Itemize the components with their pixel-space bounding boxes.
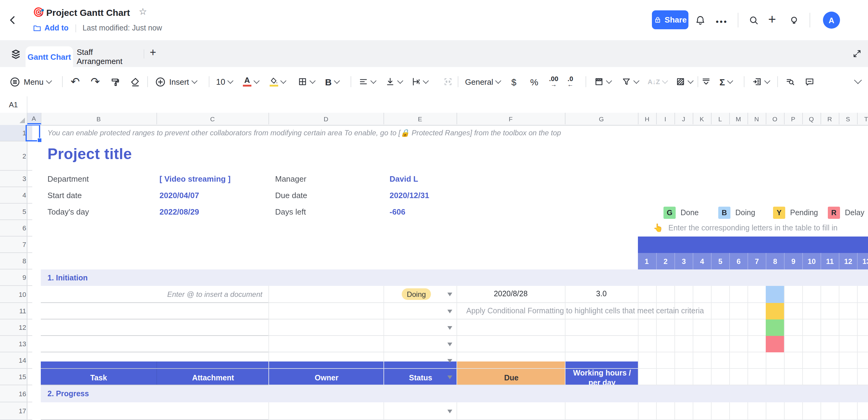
day-number-4[interactable]: 4 bbox=[693, 253, 711, 270]
day-number-10[interactable]: 10 bbox=[802, 253, 820, 270]
redo-icon[interactable]: ↷ bbox=[91, 67, 100, 96]
vertical-align-button[interactable] bbox=[385, 67, 402, 96]
insert-button[interactable]: Insert bbox=[155, 67, 196, 96]
column-header-G[interactable]: G bbox=[565, 113, 639, 124]
gantt-row[interactable] bbox=[638, 402, 868, 420]
conditional-format-button[interactable] bbox=[676, 67, 693, 96]
column-header-C[interactable]: C bbox=[156, 113, 269, 124]
column-header-N[interactable]: N bbox=[747, 113, 766, 124]
day-number-12[interactable]: 12 bbox=[839, 253, 857, 270]
body-cell[interactable] bbox=[269, 319, 383, 336]
formula-bar[interactable] bbox=[0, 96, 868, 113]
clear-format-icon[interactable] bbox=[130, 67, 140, 96]
column-header-O[interactable]: O bbox=[766, 113, 785, 124]
column-header-R[interactable]: R bbox=[820, 113, 839, 124]
day-number-13[interactable]: 13 bbox=[857, 253, 868, 270]
formula-sum-button[interactable]: Σ bbox=[719, 67, 732, 96]
gantt-bar-pending[interactable] bbox=[766, 303, 784, 319]
sheet-list-icon[interactable] bbox=[10, 49, 21, 60]
selection-fill-handle[interactable] bbox=[37, 138, 42, 143]
column-header-E[interactable]: E bbox=[383, 113, 457, 124]
column-header-I[interactable]: I bbox=[656, 113, 675, 124]
body-cell[interactable] bbox=[269, 286, 383, 303]
column-header-J[interactable]: J bbox=[675, 113, 693, 124]
body-cell[interactable] bbox=[383, 402, 457, 420]
status-dropdown-icon[interactable] bbox=[447, 409, 452, 413]
tab-gantt-chart[interactable]: Gantt Chart bbox=[26, 46, 73, 67]
menu-button[interactable]: Menu bbox=[10, 67, 51, 96]
day-number-1[interactable]: 1 bbox=[638, 253, 656, 270]
grid[interactable]: You can enable protected ranges to preve… bbox=[0, 125, 868, 420]
status-dropdown-icon[interactable] bbox=[447, 292, 452, 296]
body-cell[interactable] bbox=[457, 402, 565, 420]
column-header-K[interactable]: K bbox=[693, 113, 712, 124]
working-hours-cell[interactable]: 3.0 bbox=[565, 289, 638, 298]
create-new-icon[interactable]: + bbox=[768, 11, 776, 27]
column-header-T[interactable]: T bbox=[857, 113, 868, 124]
body-cell[interactable] bbox=[457, 336, 565, 352]
day-number-5[interactable]: 5 bbox=[711, 253, 729, 270]
find-replace-icon[interactable] bbox=[785, 67, 795, 96]
body-cell[interactable] bbox=[383, 352, 457, 369]
section-band-initiation[interactable]: 1. Initiation bbox=[41, 270, 868, 286]
task-cell-row-17[interactable] bbox=[41, 402, 269, 420]
task-cell-row-13[interactable] bbox=[41, 336, 269, 352]
gantt-bar-delay[interactable] bbox=[766, 336, 784, 352]
text-wrap-button[interactable] bbox=[411, 67, 428, 96]
gantt-bar-doing[interactable] bbox=[766, 286, 784, 303]
body-cell[interactable] bbox=[383, 303, 457, 319]
column-header-B[interactable]: B bbox=[41, 113, 157, 124]
share-button[interactable]: Share bbox=[652, 10, 688, 29]
decrease-decimal-icon[interactable]: .0← bbox=[567, 67, 574, 96]
star-icon[interactable]: ☆ bbox=[139, 6, 147, 17]
section-band-progress[interactable]: 2. Progress bbox=[41, 385, 868, 402]
task-cell-row-11[interactable] bbox=[41, 303, 269, 319]
collapse-toolbar-icon[interactable] bbox=[852, 67, 861, 96]
freeze-button[interactable] bbox=[594, 67, 611, 96]
day-number-6[interactable]: 6 bbox=[729, 253, 747, 270]
notifications-bell-icon[interactable] bbox=[695, 15, 706, 26]
currency-format-icon[interactable]: $ bbox=[511, 67, 517, 96]
status-dropdown-icon[interactable] bbox=[447, 326, 452, 330]
status-dropdown-icon[interactable] bbox=[447, 342, 452, 346]
horizontal-align-button[interactable] bbox=[359, 67, 376, 96]
body-cell[interactable] bbox=[565, 369, 638, 385]
gantt-bar-done[interactable] bbox=[766, 319, 784, 336]
gantt-row[interactable] bbox=[638, 319, 868, 336]
day-number-7[interactable]: 7 bbox=[747, 253, 766, 270]
task-cell-row-14[interactable] bbox=[41, 352, 269, 369]
body-cell[interactable] bbox=[269, 352, 383, 369]
filter-button[interactable] bbox=[621, 67, 639, 96]
day-number-2[interactable]: 2 bbox=[656, 253, 675, 270]
column-header-A[interactable]: A bbox=[27, 113, 41, 124]
undo-icon[interactable]: ↶ bbox=[71, 67, 80, 96]
column-header-L[interactable]: L bbox=[711, 113, 730, 124]
body-cell[interactable] bbox=[565, 319, 638, 336]
borders-button[interactable] bbox=[298, 67, 315, 96]
column-header-F[interactable]: F bbox=[457, 113, 565, 124]
column-header-H[interactable]: H bbox=[638, 113, 657, 124]
name-box[interactable]: A1 bbox=[0, 96, 27, 113]
fill-color-button[interactable] bbox=[270, 67, 285, 96]
percent-format-icon[interactable]: % bbox=[530, 67, 538, 96]
back-button[interactable] bbox=[7, 15, 18, 26]
tab-staff-arrangement[interactable]: Staff Arrangement bbox=[77, 46, 140, 67]
task-cell-row-12[interactable] bbox=[41, 319, 269, 336]
day-number-3[interactable]: 3 bbox=[675, 253, 693, 270]
column-header-S[interactable]: S bbox=[839, 113, 858, 124]
status-dropdown-icon[interactable] bbox=[447, 359, 452, 362]
body-cell[interactable] bbox=[565, 336, 638, 352]
day-number-9[interactable]: 9 bbox=[784, 253, 802, 270]
bold-button[interactable]: B bbox=[325, 67, 339, 96]
gantt-row[interactable] bbox=[638, 369, 868, 385]
help-bulb-icon[interactable] bbox=[789, 15, 799, 26]
select-all-corner[interactable] bbox=[0, 113, 27, 125]
comment-icon[interactable] bbox=[805, 67, 814, 96]
body-cell[interactable] bbox=[269, 336, 383, 352]
data-validation-button[interactable] bbox=[752, 67, 769, 96]
body-cell[interactable] bbox=[383, 319, 457, 336]
column-header-M[interactable]: M bbox=[729, 113, 748, 124]
gantt-row[interactable] bbox=[638, 336, 868, 352]
body-cell[interactable] bbox=[457, 319, 565, 336]
more-options-icon[interactable]: ••• bbox=[716, 17, 728, 26]
